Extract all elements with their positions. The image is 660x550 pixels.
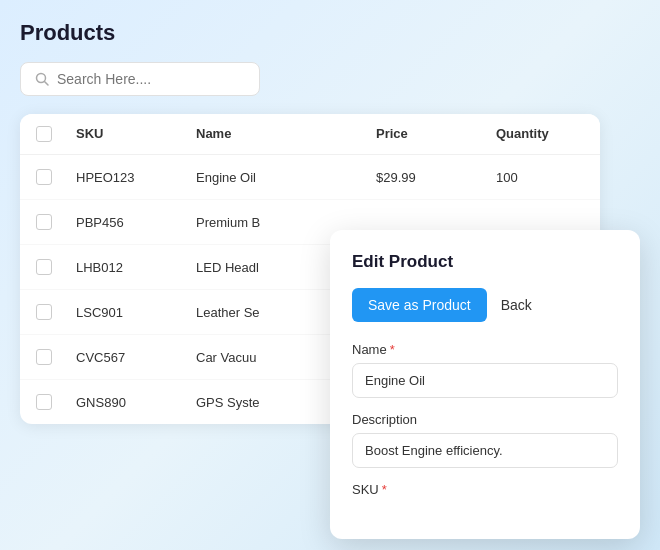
row-sku: HPEO123 <box>76 170 196 185</box>
name-field-group: Name * <box>352 342 618 398</box>
name-required-star: * <box>390 342 395 357</box>
row-name: Premium B <box>196 215 376 230</box>
col-quantity: Quantity <box>496 126 600 142</box>
col-price: Price <box>376 126 496 142</box>
modal-actions: Save as Product Back <box>352 288 618 322</box>
row-sku: LSC901 <box>76 305 196 320</box>
modal-title: Edit Product <box>352 252 618 272</box>
row-checkbox[interactable] <box>36 304 76 320</box>
description-input[interactable] <box>352 433 618 468</box>
table-header: SKU Name Price Quantity Act <box>20 114 600 155</box>
save-as-product-button[interactable]: Save as Product <box>352 288 487 322</box>
row-checkbox[interactable] <box>36 349 76 365</box>
search-input[interactable] <box>57 71 245 87</box>
search-icon <box>35 72 49 86</box>
row-checkbox[interactable] <box>36 214 76 230</box>
edit-product-modal: Edit Product Save as Product Back Name *… <box>330 230 640 539</box>
sku-field-group: SKU * <box>352 482 618 497</box>
row-sku: PBP456 <box>76 215 196 230</box>
name-label: Name * <box>352 342 618 357</box>
description-field-group: Description <box>352 412 618 468</box>
col-checkbox <box>36 126 76 142</box>
page-title: Products <box>20 20 660 46</box>
row-checkbox[interactable] <box>36 394 76 410</box>
row-sku: GNS890 <box>76 395 196 410</box>
back-button[interactable]: Back <box>497 288 536 322</box>
row-sku: CVC567 <box>76 350 196 365</box>
name-input[interactable] <box>352 363 618 398</box>
svg-line-1 <box>45 82 49 86</box>
col-name: Name <box>196 126 376 142</box>
row-checkbox[interactable] <box>36 259 76 275</box>
description-label: Description <box>352 412 618 427</box>
sku-label: SKU * <box>352 482 618 497</box>
sku-required-star: * <box>382 482 387 497</box>
row-sku: LHB012 <box>76 260 196 275</box>
row-price: $29.99 <box>376 170 496 185</box>
search-bar <box>20 62 260 96</box>
row-name: Engine Oil <box>196 170 376 185</box>
col-sku: SKU <box>76 126 196 142</box>
header-checkbox[interactable] <box>36 126 52 142</box>
table-row: HPEO123 Engine Oil $29.99 100 Act <box>20 155 600 200</box>
row-quantity: 100 <box>496 170 600 185</box>
row-checkbox[interactable] <box>36 169 76 185</box>
